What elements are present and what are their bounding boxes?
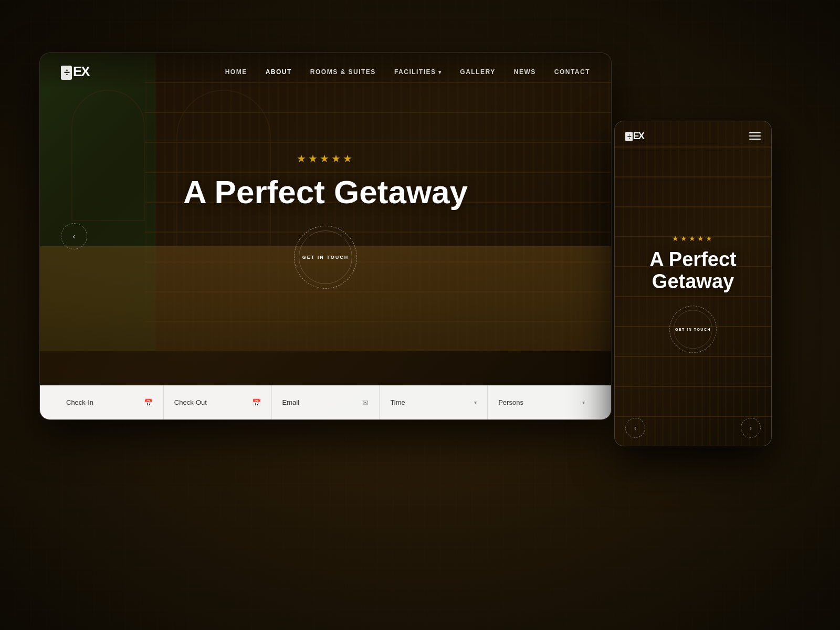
nav-item-gallery[interactable]: GALLERY bbox=[460, 67, 495, 76]
mobile-cta-button[interactable]: GET IN TOUCH bbox=[669, 306, 717, 353]
desktop-navbar: ÷EX HOME ABOUT ROOMS & SUITES FACILITIES… bbox=[40, 53, 611, 90]
booking-persons-field[interactable]: Persons ▾ bbox=[488, 385, 595, 419]
desktop-mockup: ÷EX HOME ABOUT ROOMS & SUITES FACILITIES… bbox=[39, 52, 612, 420]
hamburger-line-2 bbox=[749, 135, 761, 136]
email-icon: ✉ bbox=[362, 398, 369, 407]
calendar-icon-checkin: 📅 bbox=[144, 398, 153, 407]
nav-item-rooms[interactable]: ROOMS & SUITES bbox=[310, 67, 376, 76]
booking-checkin-label: Check-In bbox=[66, 398, 93, 406]
nav-item-news[interactable]: NEWS bbox=[514, 67, 536, 76]
mobile-logo-prefix: ÷ bbox=[625, 132, 633, 141]
hamburger-line-1 bbox=[749, 132, 761, 133]
mobile-logo[interactable]: ÷EX bbox=[625, 130, 644, 142]
desktop-hero-content: ★★★★★ A Perfect Getaway GET IN TOUCH bbox=[183, 152, 468, 289]
chevron-down-icon-time: ▾ bbox=[474, 400, 477, 405]
desktop-hero-stars: ★★★★★ bbox=[183, 152, 468, 165]
desktop-hero-title: A Perfect Getaway bbox=[183, 174, 468, 210]
desktop-nav-links: HOME ABOUT ROOMS & SUITES FACILITIES GAL… bbox=[225, 67, 590, 76]
mobile-hero-title: A Perfect Getaway bbox=[625, 249, 761, 293]
mobile-hero-stars: ★★★★★ bbox=[625, 234, 761, 243]
mobile-mockup: ÷EX ★★★★★ A Perfect Getaway GET IN TOUCH… bbox=[614, 121, 772, 446]
desktop-cta-button[interactable]: GET IN TOUCH bbox=[294, 226, 357, 289]
mobile-navigation-arrows: ‹ › bbox=[615, 418, 771, 438]
booking-email-field[interactable]: Email ✉ bbox=[272, 385, 380, 419]
booking-time-field[interactable]: Time ▾ bbox=[380, 385, 488, 419]
chevron-down-icon-persons: ▾ bbox=[582, 400, 585, 405]
arch-window-left bbox=[71, 90, 145, 221]
booking-persons-label: Persons bbox=[498, 398, 523, 406]
nav-item-home[interactable]: HOME bbox=[225, 67, 247, 76]
mobile-prev-arrow[interactable]: ‹ bbox=[625, 418, 645, 438]
calendar-icon-checkout: 📅 bbox=[252, 398, 261, 407]
desktop-prev-arrow[interactable]: ‹ bbox=[61, 223, 87, 249]
booking-checkin-field[interactable]: Check-In 📅 bbox=[56, 385, 164, 419]
mobile-logo-text: EX bbox=[633, 131, 644, 142]
desktop-logo[interactable]: ÷EX bbox=[61, 63, 90, 80]
nav-item-about[interactable]: ABOUT bbox=[266, 67, 292, 76]
hamburger-line-3 bbox=[749, 139, 761, 140]
mobile-hamburger-menu[interactable] bbox=[749, 132, 761, 140]
booking-checkout-field[interactable]: Check-Out 📅 bbox=[164, 385, 272, 419]
booking-email-label: Email bbox=[282, 398, 300, 406]
nav-item-facilities[interactable]: FACILITIES bbox=[394, 67, 442, 76]
mobile-navbar: ÷EX bbox=[615, 121, 771, 150]
mobile-next-arrow[interactable]: › bbox=[741, 418, 761, 438]
desktop-booking-bar: Check-In 📅 Check-Out 📅 Email ✉ Time ▾ Pe… bbox=[40, 385, 611, 419]
booking-time-label: Time bbox=[390, 398, 405, 406]
logo-prefix: ÷ bbox=[61, 66, 72, 80]
booking-checkout-label: Check-Out bbox=[174, 398, 207, 406]
mobile-hero-content: ★★★★★ A Perfect Getaway GET IN TOUCH bbox=[615, 234, 771, 353]
logo-text: EX bbox=[73, 64, 89, 80]
nav-item-contact[interactable]: CONTACT bbox=[554, 67, 590, 76]
